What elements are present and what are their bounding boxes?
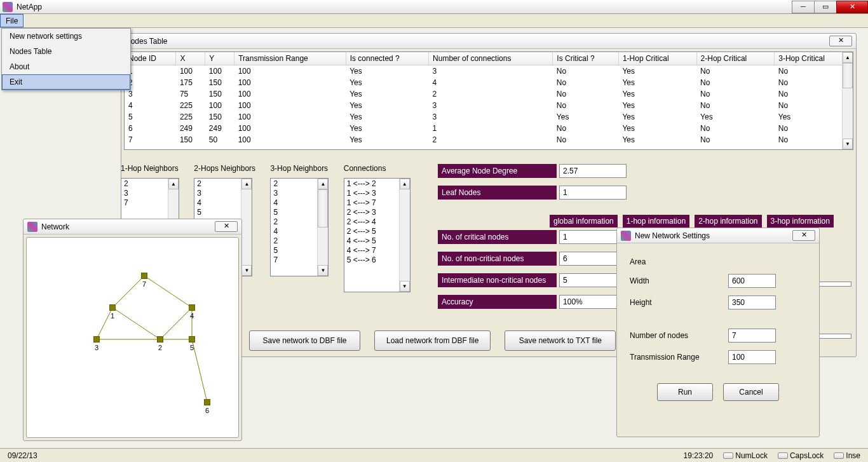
scroll-up-icon[interactable]: ▲ [843, 52, 853, 63]
hop3-label: 3-Hop Neighbors [270, 164, 329, 173]
menubar: File [0, 14, 868, 28]
avg-degree-label: Average Node Degree [438, 164, 557, 178]
maximize-button[interactable]: ▭ [814, 1, 837, 13]
network-window-close-icon[interactable]: ✕ [215, 221, 238, 232]
save-txt-button[interactable]: Save network to TXT file [505, 330, 616, 351]
network-node[interactable] [204, 399, 210, 405]
network-window-icon [27, 222, 37, 232]
table-row[interactable]: 715050100Yes2NoYesNoNo [125, 134, 853, 146]
status-inse: Inse [846, 451, 860, 460]
nodes-count-label: Number of nodes [630, 331, 728, 340]
network-node[interactable] [189, 336, 195, 343]
nodes-table-close-icon[interactable]: ✕ [829, 36, 852, 46]
network-node[interactable] [157, 336, 163, 343]
table-header[interactable]: 3-Hop Critical [775, 52, 853, 65]
table-header[interactable]: Number of connections [429, 52, 553, 65]
network-node-label: 7 [142, 280, 146, 288]
app-title: NetApp [17, 3, 792, 11]
list-item[interactable]: 1 <---> 7 [347, 198, 407, 208]
table-header[interactable]: X [176, 52, 205, 65]
area-label: Area [630, 257, 646, 266]
table-header[interactable]: Y [205, 52, 234, 65]
network-node-label: 6 [205, 407, 209, 414]
list-item[interactable]: 1 <---> 2 [347, 179, 407, 189]
network-canvas: 1234567 [26, 237, 239, 438]
network-window: Network ✕ 1234567 [23, 219, 242, 441]
height-input[interactable]: 350 [728, 296, 776, 309]
settings-window-title: New Network Settings [635, 231, 792, 240]
scroll-thumb[interactable] [843, 63, 853, 88]
minimize-button[interactable]: ─ [792, 1, 815, 13]
list-item[interactable]: 5 <---> 6 [347, 255, 407, 265]
network-node[interactable] [189, 304, 195, 311]
nodes-table-title: Nodes Table [125, 37, 829, 46]
hop1-label: 1-Hop Neighbors [121, 164, 179, 173]
keyboard-icon [778, 452, 788, 459]
leaf-nodes-value: 1 [559, 186, 627, 200]
status-time: 19:23:20 [679, 451, 719, 460]
table-header[interactable]: Is Critical ? [553, 52, 619, 65]
width-input[interactable]: 600 [728, 274, 776, 288]
table-header[interactable]: 2-Hop Critical [696, 52, 775, 65]
connections-label: Connections [344, 164, 410, 173]
hop1-info-label: 1-hop information [623, 215, 689, 228]
settings-window-close-icon[interactable]: ✕ [792, 230, 815, 241]
titlebar: NetApp ─ ▭ ✕ [0, 0, 868, 14]
width-label: Width [630, 276, 728, 285]
svg-line-7 [144, 276, 192, 308]
nodes-table: Node IDXYTransmission RangeIs connected … [125, 52, 853, 146]
svg-line-2 [112, 276, 144, 308]
connections-listbox[interactable]: 1 <---> 21 <---> 31 <---> 72 <---> 32 <-… [344, 178, 410, 292]
range-input[interactable]: 100 [728, 350, 776, 364]
keyboard-icon [834, 452, 844, 459]
table-row[interactable]: 1100100100Yes3NoYesNoNo [125, 65, 853, 78]
table-scrollbar[interactable]: ▲ ▼ [842, 52, 853, 149]
table-row[interactable]: 4225100100Yes3NoYesNoNo [125, 100, 853, 111]
intermediate-nodes-label: Intermediate non-critical nodes [438, 273, 557, 287]
network-node-label: 4 [190, 312, 194, 320]
close-button[interactable]: ✕ [836, 1, 868, 13]
menu-new-network-settings[interactable]: New network settings [2, 29, 130, 44]
list-item[interactable]: 2 <---> 4 [347, 217, 407, 227]
table-row[interactable]: 6249249100Yes1NoYesNoNo [125, 123, 853, 134]
network-node-label: 1 [111, 312, 114, 320]
table-header[interactable]: Transmission Range [234, 52, 346, 65]
nodes-count-input[interactable]: 7 [728, 329, 776, 343]
load-dbf-button[interactable]: Load network from DBF file [374, 330, 491, 351]
list-item[interactable]: 2 <---> 3 [347, 208, 407, 217]
table-header[interactable]: Node ID [125, 52, 176, 65]
list-item[interactable]: 4 <---> 7 [347, 246, 407, 255]
global-info-label: global information [550, 215, 618, 228]
network-node[interactable] [109, 304, 116, 311]
button-row: Save network to DBF file Load network fr… [249, 330, 616, 351]
hop3-listbox[interactable]: 234524257 ▲▼ [270, 178, 329, 276]
avg-degree-value: 2.57 [559, 164, 627, 178]
table-row[interactable]: 375150100Yes2NoYesNoNo [125, 88, 853, 100]
network-node-label: 2 [158, 344, 162, 351]
scroll-down-icon[interactable]: ▼ [843, 139, 853, 149]
status-date: 09/22/13 [3, 451, 43, 460]
leaf-nodes-label: Leaf Nodes [438, 186, 557, 200]
hop3-info-label: 3-hop information [767, 215, 834, 228]
menu-exit[interactable]: Exit [2, 74, 130, 90]
network-node[interactable] [141, 273, 147, 279]
file-menu-dropdown: New network settings Nodes Table About E… [1, 28, 131, 90]
hop2-label: 2-Hops Neighbors [194, 164, 255, 173]
table-header[interactable]: 1-Hop Critical [618, 52, 696, 65]
cancel-button[interactable]: Cancel [723, 383, 779, 401]
network-node[interactable] [93, 336, 100, 343]
accuracy-label: Accuracy [438, 295, 557, 309]
menu-nodes-table[interactable]: Nodes Table [2, 44, 130, 59]
table-header[interactable]: Is connected ? [346, 52, 428, 65]
run-button[interactable]: Run [657, 383, 713, 401]
table-row[interactable]: 5225150100Yes3YesYesYesYes [125, 111, 853, 123]
network-node-label: 3 [95, 344, 98, 351]
menu-file[interactable]: File [0, 14, 24, 27]
list-item[interactable]: 2 <---> 5 [347, 227, 407, 236]
menu-about[interactable]: About [2, 59, 130, 74]
list-item[interactable]: 1 <---> 3 [347, 189, 407, 198]
save-dbf-button[interactable]: Save network to DBF file [249, 330, 360, 351]
statusbar: 09/22/13 19:23:20 NumLock CapsLock Inse [0, 448, 868, 462]
list-item[interactable]: 4 <---> 5 [347, 236, 407, 246]
table-row[interactable]: 2175150100Yes4NoYesNoNo [125, 77, 853, 88]
